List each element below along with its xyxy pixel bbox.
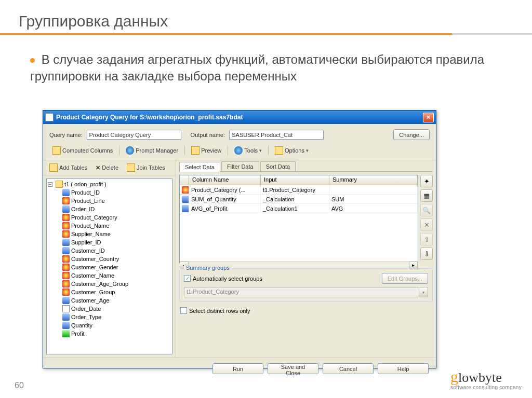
summary-groups-title: Summary groups <box>184 265 232 271</box>
company-logo: glowbyte software consulting company <box>450 368 522 390</box>
join-tables-button[interactable]: Join Tables <box>124 162 168 173</box>
add-table-icon <box>49 163 58 172</box>
computed-columns-button[interactable]: Computed Columns <box>49 145 116 156</box>
tab-select-data[interactable]: Select Data <box>179 162 220 172</box>
column-type-icon <box>62 205 70 213</box>
distinct-checkbox[interactable] <box>180 307 187 314</box>
close-icon[interactable]: × <box>423 113 434 122</box>
row-type-icon <box>182 205 189 212</box>
col-header-name[interactable]: Column Name <box>189 175 261 185</box>
dialog-buttons: Run Save and Close Cancel Help <box>43 358 436 379</box>
column-type-icon <box>62 255 70 263</box>
grid-row[interactable]: Product_Category (...t1.Product_Category <box>180 185 418 195</box>
column-type-icon <box>62 305 70 312</box>
column-type-icon <box>62 197 70 204</box>
auto-select-checkbox[interactable]: ✓ <box>184 275 191 282</box>
view-button[interactable]: 🔍 <box>420 204 433 216</box>
tree-column-Product_Line[interactable]: Product_Line <box>48 197 171 205</box>
tree-column-Product_Category[interactable]: Product_Category <box>48 213 171 222</box>
cancel-button[interactable]: Cancel <box>323 363 374 374</box>
tab-sort-data[interactable]: Sort Data <box>260 161 296 171</box>
tree-column-Product_Name[interactable]: Product_Name <box>48 222 171 230</box>
output-name-label: Output name: <box>191 132 225 138</box>
groups-combo[interactable]: t1.Product_Category ▾ <box>184 287 428 297</box>
column-type-icon <box>62 280 70 287</box>
grid-row[interactable]: AVG_of_Profit_Calculation1AVG <box>180 204 418 213</box>
columns-grid[interactable]: Column Name Input Summary Product_Catego… <box>179 175 418 263</box>
data-panel: Select Data Filter Data Sort Data Column… <box>176 160 436 358</box>
query-name-input[interactable] <box>87 130 181 140</box>
column-type-icon <box>62 222 70 229</box>
delete-button[interactable]: ✕Delete <box>92 163 122 172</box>
tree-column-Order_ID[interactable]: Order_ID <box>48 205 171 213</box>
window-title: Product Category Query for S:\workshop\o… <box>56 114 423 121</box>
tree-column-Customer_Age[interactable]: Customer_Age <box>48 296 171 305</box>
tree-root-node[interactable]: − t1 ( orion_profit ) <box>48 180 171 188</box>
tools-dropdown[interactable]: Tools <box>231 145 265 156</box>
column-type-icon <box>62 272 70 279</box>
remove-button[interactable]: ✕ <box>420 218 433 231</box>
output-name-input[interactable] <box>229 130 324 140</box>
tree-column-Customer_Gender[interactable]: Customer_Gender <box>48 263 171 271</box>
tree-column-Order_Type[interactable]: Order_Type <box>48 313 171 321</box>
grid-side-buttons: ✦ ▦ 🔍 ✕ ⇧ ⇩ <box>420 175 433 263</box>
table-icon <box>56 181 63 188</box>
tools-icon <box>234 146 243 155</box>
toolbar-divider <box>228 146 228 155</box>
tab-bar: Select Data Filter Data Sort Data <box>179 161 433 172</box>
preview-icon <box>191 146 200 155</box>
groups-combo-value: t1.Product_Category <box>184 287 419 297</box>
tree-column-Supplier_Name[interactable]: Supplier_Name <box>48 230 171 238</box>
join-icon <box>127 163 135 172</box>
column-type-icon <box>62 264 70 271</box>
run-button[interactable]: Run <box>212 363 263 374</box>
move-up-button[interactable]: ⇧ <box>420 233 433 245</box>
collapse-icon[interactable]: − <box>48 182 52 187</box>
tree-column-Customer_Country[interactable]: Customer_Country <box>48 255 171 263</box>
column-type-icon <box>62 313 70 321</box>
help-button[interactable]: Help <box>378 363 429 374</box>
preview-button[interactable]: Preview <box>188 145 224 156</box>
col-header-summary[interactable]: Summary <box>329 175 418 185</box>
titlebar[interactable]: Product Category Query for S:\workshop\o… <box>43 111 436 124</box>
combo-dropdown-icon[interactable]: ▾ <box>419 287 428 297</box>
row-type-icon <box>182 196 189 203</box>
tree-column-Customer_Name[interactable]: Customer_Name <box>48 271 171 280</box>
column-type-icon <box>62 239 70 246</box>
tab-filter-data[interactable]: Filter Data <box>221 161 259 171</box>
column-type-icon <box>62 297 70 304</box>
tree-column-Order_Date[interactable]: Order_Date <box>48 305 171 313</box>
properties-button[interactable]: ▦ <box>420 189 433 202</box>
options-dropdown[interactable]: Options <box>272 145 312 156</box>
toolbar-divider <box>184 146 185 155</box>
grid-empty-area <box>180 213 418 261</box>
column-type-icon <box>62 289 70 296</box>
delete-icon: ✕ <box>96 164 100 171</box>
tree-column-Customer_Age_Group[interactable]: Customer_Age_Group <box>48 280 171 288</box>
columns-tree[interactable]: − t1 ( orion_profit ) Product_IDProduct_… <box>46 179 172 354</box>
tables-panel: Add Tables ✕Delete Join Tables − t1 ( or… <box>43 160 176 358</box>
save-close-button[interactable]: Save and Close <box>268 363 318 374</box>
column-type-icon <box>62 330 70 337</box>
tree-column-Profit[interactable]: Profit <box>48 330 171 338</box>
change-button[interactable]: Change... <box>393 129 430 140</box>
grid-header: Column Name Input Summary <box>180 175 418 185</box>
query-name-label: Query name: <box>49 132 83 138</box>
summary-groups-box: Summary groups ✓ Automatically select gr… <box>179 268 433 302</box>
col-header-input[interactable]: Input <box>261 175 329 185</box>
move-down-button[interactable]: ⇩ <box>420 248 433 260</box>
add-column-button[interactable]: ✦ <box>420 175 433 187</box>
tree-column-Supplier_ID[interactable]: Supplier_ID <box>48 238 171 246</box>
grid-row[interactable]: SUM_of_Quantity_CalculationSUM <box>180 195 418 204</box>
auto-groups-row: ✓ Automatically select groups Edit Group… <box>184 273 428 284</box>
bullet-paragraph: В случае задания агрегатных функций, авт… <box>0 45 532 94</box>
tree-column-Customer_ID[interactable]: Customer_ID <box>48 246 171 255</box>
prompt-manager-button[interactable]: Prompt Manager <box>123 145 181 156</box>
tree-column-Customer_Group[interactable]: Customer_Group <box>48 288 171 296</box>
add-tables-button[interactable]: Add Tables <box>46 162 90 173</box>
tree-column-Quantity[interactable]: Quantity <box>48 321 171 330</box>
bullet-icon <box>30 58 35 63</box>
main-area: Add Tables ✕Delete Join Tables − t1 ( or… <box>43 160 436 358</box>
column-type-icon <box>62 189 70 196</box>
tree-column-Product_ID[interactable]: Product_ID <box>48 188 171 197</box>
